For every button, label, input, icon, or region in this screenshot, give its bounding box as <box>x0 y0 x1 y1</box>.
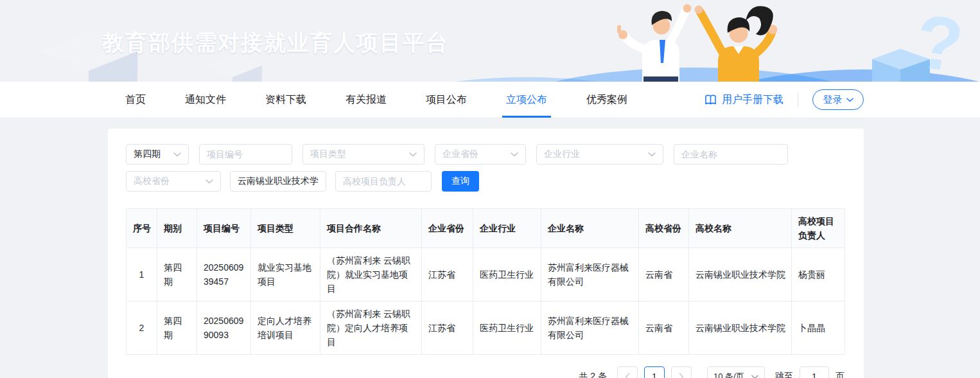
column-header-college-province: 高校省份 <box>639 209 689 248</box>
table-header-row: 序号 期别 项目编号 项目类型 项目合作名称 企业省份 企业行业 企业名称 高校… <box>127 209 845 248</box>
nav-item-project-announcement[interactable]: 项目公布 <box>426 82 467 118</box>
search-button[interactable]: 查询 <box>442 171 479 192</box>
cell-cooperation-name: （苏州富利来 云锡职院）定向人才培养项目 <box>320 302 422 355</box>
results-table: 序号 期别 项目编号 项目类型 项目合作名称 企业省份 企业行业 企业名称 高校… <box>126 208 845 355</box>
column-header-project-no: 项目编号 <box>197 209 251 248</box>
column-header-college-leader: 高校项目负责人 <box>792 209 845 248</box>
nav-item-downloads[interactable]: 资料下载 <box>265 82 306 118</box>
cell-company-province: 江苏省 <box>422 302 473 355</box>
filter-row-2: 高校省份 查询 <box>126 171 844 192</box>
cell-company-name: 苏州富利来医疗器械有限公司 <box>541 302 639 355</box>
cell-period: 第四期 <box>157 248 197 302</box>
chevron-down-icon <box>751 375 758 378</box>
page-size-select[interactable]: 10 条/页 <box>707 366 765 378</box>
page-title: 教育部供需对接就业育人项目平台 <box>102 28 449 58</box>
column-header-college-name: 高校名称 <box>689 209 792 248</box>
content-card: 第四期 项目类型 企业省份 企业行业 高校省份 查询 <box>108 129 864 378</box>
banner: ? 教育部供需对接就业育人项目平台 <box>0 0 980 82</box>
cell-company-industry: 医药卫生行业 <box>473 248 541 302</box>
table-row: 1 第四期 2025060939457 就业实习基地项目 （苏州富利来 云锡职院… <box>127 248 845 302</box>
cell-project-no: 2025060990093 <box>197 302 251 355</box>
login-button[interactable]: 登录 <box>812 89 864 110</box>
column-header-project-type: 项目类型 <box>251 209 320 248</box>
company-province-select-placeholder: 企业省份 <box>442 148 478 160</box>
project-type-select-placeholder: 项目类型 <box>310 148 346 160</box>
navbar: 首页 通知文件 资料下载 有关报道 项目公布 立项公布 优秀案例 用户手册下载 … <box>0 82 980 118</box>
book-icon <box>704 94 717 105</box>
manual-download-link[interactable]: 用户手册下载 <box>704 93 783 107</box>
cell-seq: 1 <box>127 248 157 302</box>
company-industry-select[interactable]: 企业行业 <box>536 144 663 165</box>
cell-project-type: 就业实习基地项目 <box>251 248 320 302</box>
chevron-right-icon <box>679 373 684 378</box>
page-size-value: 10 条/页 <box>713 371 744 378</box>
cell-period: 第四期 <box>157 302 197 355</box>
column-header-company-industry: 企业行业 <box>473 209 541 248</box>
manual-download-label: 用户手册下载 <box>722 93 783 107</box>
chevron-down-icon <box>173 152 181 157</box>
column-header-cooperation-name: 项目合作名称 <box>320 209 422 248</box>
company-name-input[interactable] <box>674 144 788 165</box>
college-province-select[interactable]: 高校省份 <box>126 171 221 192</box>
cell-company-name: 苏州富利来医疗器械有限公司 <box>541 248 639 302</box>
cell-college-province: 云南省 <box>639 302 689 355</box>
nav-item-home[interactable]: 首页 <box>125 82 146 118</box>
column-header-period: 期别 <box>157 209 197 248</box>
prev-page-button[interactable] <box>617 366 638 378</box>
pagination: 共 2 条 1 10 条/页 跳至 页 <box>126 366 844 378</box>
page-1-button[interactable]: 1 <box>644 366 665 378</box>
company-province-select[interactable]: 企业省份 <box>435 144 526 165</box>
column-header-seq: 序号 <box>127 209 157 248</box>
jump-to-label: 跳至 <box>775 371 793 378</box>
chevron-down-icon <box>511 152 518 157</box>
company-industry-select-placeholder: 企业行业 <box>544 148 580 160</box>
total-count: 共 2 条 <box>579 371 607 378</box>
cell-company-industry: 医药卫生行业 <box>473 302 541 355</box>
nav-items: 首页 通知文件 资料下载 有关报道 项目公布 立项公布 优秀案例 <box>125 82 627 118</box>
project-type-select[interactable]: 项目类型 <box>302 144 424 165</box>
next-page-button[interactable] <box>671 366 692 378</box>
column-header-company-name: 企业名称 <box>541 209 639 248</box>
nav-divider <box>798 93 798 107</box>
period-select[interactable]: 第四期 <box>126 144 189 165</box>
page-unit-label: 页 <box>836 371 844 378</box>
cell-company-province: 江苏省 <box>422 248 473 302</box>
chevron-down-icon <box>409 152 417 157</box>
cell-college-province: 云南省 <box>639 248 689 302</box>
college-name-input[interactable] <box>230 171 326 192</box>
login-label: 登录 <box>823 94 843 106</box>
nav-item-notice-files[interactable]: 通知文件 <box>185 82 226 118</box>
nav-item-approval-announcement[interactable]: 立项公布 <box>506 82 547 118</box>
nav-item-reports[interactable]: 有关报道 <box>346 82 387 118</box>
period-select-value: 第四期 <box>134 148 161 160</box>
svg-text:?: ? <box>911 0 968 82</box>
project-no-input[interactable] <box>199 144 292 165</box>
cell-cooperation-name: （苏州富利来 云锡职院）就业实习基地项目 <box>320 248 422 302</box>
cell-project-type: 定向人才培养培训项目 <box>251 302 320 355</box>
table-row: 2 第四期 2025060990093 定向人才培养培训项目 （苏州富利来 云锡… <box>127 302 845 355</box>
chevron-left-icon <box>625 373 630 378</box>
college-province-select-placeholder: 高校省份 <box>134 176 170 187</box>
chevron-down-icon <box>206 179 213 184</box>
cell-project-no: 2025060939457 <box>197 248 251 302</box>
nav-right: 用户手册下载 登录 <box>704 89 864 110</box>
cell-college-leader: 卜晶晶 <box>792 302 845 355</box>
cell-college-leader: 杨贵丽 <box>792 248 845 302</box>
column-header-company-province: 企业省份 <box>422 209 473 248</box>
jump-page-input[interactable] <box>800 366 829 378</box>
cell-college-name: 云南锡业职业技术学院 <box>689 302 792 355</box>
cell-college-name: 云南锡业职业技术学院 <box>689 248 792 302</box>
college-leader-input[interactable] <box>335 171 432 192</box>
chevron-down-icon <box>648 152 656 157</box>
chevron-down-icon <box>846 98 853 102</box>
nav-item-excellent-cases[interactable]: 优秀案例 <box>586 82 627 118</box>
filter-row-1: 第四期 项目类型 企业省份 企业行业 <box>126 144 844 165</box>
cell-seq: 2 <box>127 302 157 355</box>
